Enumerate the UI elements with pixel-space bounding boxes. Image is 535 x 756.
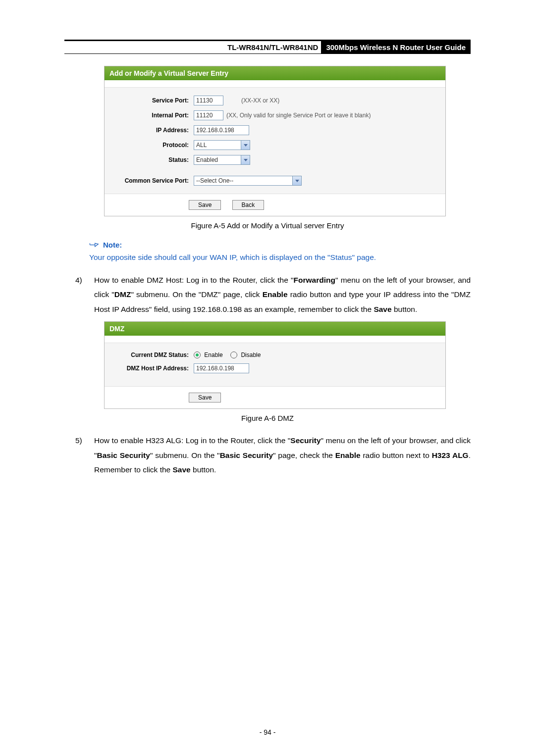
dmz-panel: DMZ Current DMZ Status: Enable Disable D… <box>104 321 446 409</box>
header-model: TL-WR841N/TL-WR841ND <box>224 41 321 53</box>
field-row-dmz-ip: DMZ Host IP Address: 192.168.0.198 <box>109 363 440 373</box>
figure-caption-a6: Figure A-6 DMZ <box>64 414 471 422</box>
internal-port-hint: (XX, Only valid for single Service Port … <box>226 112 371 119</box>
dmz-ip-input[interactable]: 192.168.0.198 <box>194 363 249 373</box>
status-select[interactable]: Enabled <box>194 155 250 165</box>
virtual-server-panel: Add or Modify a Virtual Server Entry Ser… <box>104 66 446 216</box>
enable-label: Enable <box>204 352 222 358</box>
ip-address-input[interactable]: 192.168.0.198 <box>194 125 249 135</box>
internal-port-label: Internal Port: <box>109 112 194 119</box>
enable-radio[interactable] <box>194 352 201 358</box>
service-port-input[interactable]: 11130 <box>194 96 223 105</box>
service-port-label: Service Port: <box>109 97 194 104</box>
header-title: 300Mbps Wireless N Router User Guide <box>321 41 471 53</box>
dmz-ip-label: DMZ Host IP Address: <box>109 365 194 372</box>
note-label: Note: <box>103 241 122 249</box>
field-row-common-service: Common Service Port: --Select One-- <box>109 176 440 186</box>
save-button[interactable]: Save <box>189 393 221 403</box>
panel-title: DMZ <box>105 322 445 336</box>
field-row-protocol: Protocol: ALL <box>109 140 440 150</box>
service-port-hint: (XX-XX or XX) <box>241 97 279 104</box>
common-service-value: --Select One-- <box>194 176 292 185</box>
status-value: Enabled <box>194 155 241 164</box>
protocol-value: ALL <box>194 141 241 150</box>
panel-title: Add or Modify a Virtual Server Entry <box>105 66 445 80</box>
protocol-select[interactable]: ALL <box>194 140 250 150</box>
dmz-status-label: Current DMZ Status: <box>109 352 194 358</box>
page-header: TL-WR841N/TL-WR841ND 300Mbps Wireless N … <box>64 40 471 54</box>
field-row-status: Status: Enabled <box>109 155 440 165</box>
hand-point-icon <box>89 241 99 249</box>
chevron-down-icon <box>241 155 250 164</box>
disable-label: Disable <box>241 352 261 358</box>
save-button[interactable]: Save <box>189 200 221 210</box>
chevron-down-icon <box>292 176 301 185</box>
chevron-down-icon <box>241 141 250 150</box>
list-number: 5) <box>75 433 85 477</box>
list-number: 4) <box>75 273 85 316</box>
field-row-internal-port: Internal Port: 11120 (XX, Only valid for… <box>109 110 440 120</box>
common-service-label: Common Service Port: <box>109 177 194 184</box>
paragraph-5: 5) How to enable H323 ALG: Log in to the… <box>75 433 471 477</box>
note-body: Your opposite side should call your WAN … <box>89 253 471 262</box>
ip-address-label: IP Address: <box>109 127 194 134</box>
protocol-label: Protocol: <box>109 142 194 149</box>
common-service-select[interactable]: --Select One-- <box>194 176 302 186</box>
status-label: Status: <box>109 156 194 163</box>
note-heading: Note: <box>89 241 471 249</box>
field-row-ip-address: IP Address: 192.168.0.198 <box>109 125 440 135</box>
field-row-service-port: Service Port: 11130 (XX-XX or XX) <box>109 96 440 105</box>
back-button[interactable]: Back <box>232 200 265 210</box>
figure-caption-a5: Figure A-5 Add or Modify a Virtual serve… <box>64 221 471 230</box>
disable-radio[interactable] <box>230 352 237 358</box>
page-number: - 94 - <box>0 728 535 736</box>
internal-port-input[interactable]: 11120 <box>194 110 223 120</box>
field-row-dmz-status: Current DMZ Status: Enable Disable <box>109 351 440 358</box>
paragraph-4: 4) How to enable DMZ Host: Log in to the… <box>75 273 471 316</box>
